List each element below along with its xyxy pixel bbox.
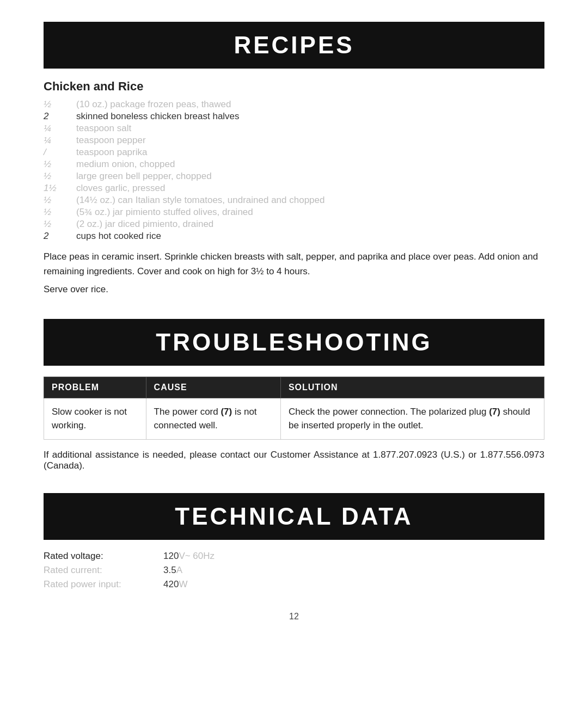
solution-cell: Check the power connection. The polarize…	[280, 398, 544, 439]
ingredient-qty: ½	[44, 195, 76, 206]
ingredient-qty: ¼	[44, 135, 76, 146]
tech-value: 420W	[163, 579, 187, 590]
ingredient-desc: teaspoon pepper	[76, 135, 544, 146]
ingredient-qty: /	[44, 147, 76, 158]
cause-cell: The power cord (7) is not connected well…	[146, 398, 280, 439]
ingredient-qty: ½	[44, 99, 76, 110]
ingredient-qty: ½	[44, 207, 76, 218]
cause-ref: (7)	[220, 407, 232, 417]
ingredient-row: ½(2 oz.) jar diced pimiento, drained	[44, 219, 544, 230]
recipe-instructions: Place peas in ceramic insert. Sprinkle c…	[44, 249, 544, 279]
tech-row: Rated voltage:120V~ 60Hz	[44, 551, 544, 562]
ingredient-desc: cloves garlic, pressed	[76, 183, 544, 194]
recipes-title: RECIPES	[44, 32, 544, 59]
tech-value: 120V~ 60Hz	[163, 551, 215, 562]
tech-label: Rated voltage:	[44, 551, 163, 562]
page-number: 12	[44, 612, 544, 621]
technical-header: TECHNICAL DATA	[44, 493, 544, 540]
ingredient-qty: ½	[44, 159, 76, 170]
tech-data-table: Rated voltage:120V~ 60HzRated current:3.…	[44, 551, 544, 590]
ingredient-desc: large green bell pepper, chopped	[76, 171, 544, 182]
trouble-table: PROBLEM CAUSE SOLUTION Slow cooker is no…	[44, 377, 544, 440]
solution-ref: (7)	[489, 407, 500, 417]
ingredient-row: ½(5¾ oz.) jar pimiento stuffed olives, d…	[44, 207, 544, 218]
tech-unit2: Hz	[203, 551, 215, 561]
ingredient-qty: ¼	[44, 123, 76, 134]
troubleshooting-section: TROUBLESHOOTING PROBLEM CAUSE SOLUTION S…	[44, 319, 544, 471]
ingredient-list: ½(10 oz.) package frozen peas, thawed2sk…	[44, 99, 544, 242]
ingredient-qty: ½	[44, 219, 76, 230]
tech-label: Rated power input:	[44, 579, 163, 590]
ingredient-row: 2cups hot cooked rice	[44, 231, 544, 242]
ingredient-qty: 2	[44, 111, 76, 122]
ingredient-desc: (2 oz.) jar diced pimiento, drained	[76, 219, 544, 230]
ingredient-desc: teaspoon salt	[76, 123, 544, 134]
problem-cell: Slow cooker is not working.	[44, 398, 146, 439]
tech-unit: A	[176, 565, 182, 575]
ingredient-desc: cups hot cooked rice	[76, 231, 544, 242]
ingredient-row: ½(10 oz.) package frozen peas, thawed	[44, 99, 544, 110]
trouble-note: If additional assistance is needed, plea…	[44, 450, 544, 471]
troubleshooting-header: TROUBLESHOOTING	[44, 319, 544, 366]
ingredient-row: ½large green bell pepper, chopped	[44, 171, 544, 182]
ingredient-desc: teaspoon paprika	[76, 147, 544, 158]
col-solution: SOLUTION	[280, 377, 544, 398]
recipe-serve: Serve over rice.	[44, 282, 544, 297]
ingredient-row: /teaspoon paprika	[44, 147, 544, 158]
tech-row: Rated power input:420W	[44, 579, 544, 590]
technical-title: TECHNICAL DATA	[44, 503, 544, 530]
ingredient-qty: ½	[44, 171, 76, 182]
ingredient-desc: (14½ oz.) can Italian style tomatoes, un…	[76, 195, 544, 206]
col-cause: CAUSE	[146, 377, 280, 398]
ingredient-desc: medium onion, chopped	[76, 159, 544, 170]
recipes-header: RECIPES	[44, 22, 544, 69]
troubleshooting-title: TROUBLESHOOTING	[44, 329, 544, 356]
ingredient-desc: (5¾ oz.) jar pimiento stuffed olives, dr…	[76, 207, 544, 218]
ingredient-row: ½(14½ oz.) can Italian style tomatoes, u…	[44, 195, 544, 206]
ingredient-qty: 1½	[44, 183, 76, 194]
tech-unit: W	[179, 579, 187, 589]
tech-label: Rated current:	[44, 565, 163, 576]
tech-unit: V~ 60	[179, 551, 203, 561]
ingredient-row: ¼teaspoon salt	[44, 123, 544, 134]
tech-row: Rated current:3.5A	[44, 565, 544, 576]
recipes-section: RECIPES Chicken and Rice ½(10 oz.) packa…	[44, 22, 544, 297]
technical-section: TECHNICAL DATA Rated voltage:120V~ 60HzR…	[44, 493, 544, 590]
ingredient-qty: 2	[44, 231, 76, 242]
tech-value: 3.5A	[163, 565, 182, 576]
recipe-name: Chicken and Rice	[44, 79, 544, 94]
col-problem: PROBLEM	[44, 377, 146, 398]
ingredient-row: 1½cloves garlic, pressed	[44, 183, 544, 194]
table-row: Slow cooker is not working. The power co…	[44, 398, 544, 439]
ingredient-desc: (10 oz.) package frozen peas, thawed	[76, 99, 544, 110]
ingredient-row: 2skinned boneless chicken breast halves	[44, 111, 544, 122]
ingredient-row: ¼teaspoon pepper	[44, 135, 544, 146]
ingredient-row: ½medium onion, chopped	[44, 159, 544, 170]
ingredient-desc: skinned boneless chicken breast halves	[76, 111, 544, 122]
